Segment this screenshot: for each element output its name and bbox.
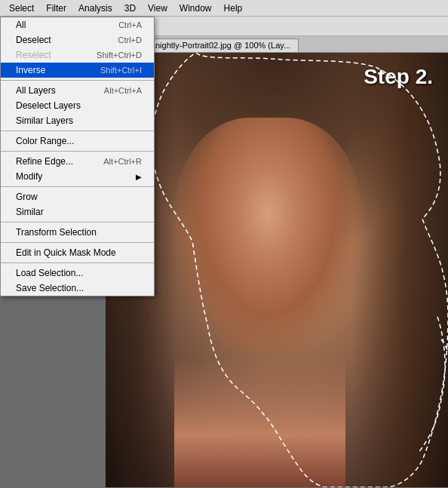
menu-item-load-selection[interactable]: Load Selection...	[1, 265, 154, 281]
separator-3	[1, 151, 154, 152]
step-label: Step 2.	[364, 65, 433, 89]
separator-5	[1, 222, 154, 223]
menu-item-save-selection[interactable]: Save Selection...	[1, 281, 154, 296]
menu-item-grow[interactable]: Grow	[1, 189, 154, 204]
menu-item-inverse[interactable]: Inverse Shift+Ctrl+I	[1, 63, 154, 78]
portrait-area: Step 2. .sel-path { fill: none; stroke: …	[106, 53, 448, 487]
face-highlight	[174, 118, 363, 357]
menubar-item-help[interactable]: Help	[218, 2, 249, 15]
menu-item-refine-edge[interactable]: Refine Edge... Alt+Ctrl+R	[1, 154, 154, 169]
menu-item-all-layers[interactable]: All Layers Alt+Ctrl+A	[1, 83, 154, 98]
menu-item-deselect[interactable]: Deselect Ctrl+D	[1, 32, 154, 48]
separator-1	[1, 80, 154, 81]
menu-item-reselect: Reselect Shift+Ctrl+D	[1, 48, 154, 63]
menubar-item-analysis[interactable]: Analysis	[72, 2, 118, 15]
neck-area	[174, 357, 345, 487]
menu-item-modify[interactable]: Modify ▶	[1, 169, 154, 184]
menu-item-quick-mask[interactable]: Edit in Quick Mask Mode	[1, 245, 154, 260]
submenu-arrow-icon: ▶	[136, 173, 142, 181]
menu-item-color-range[interactable]: Color Range...	[1, 134, 154, 149]
menubar-item-window[interactable]: Window	[173, 2, 218, 15]
menu-item-all[interactable]: All Ctrl+A	[1, 17, 154, 32]
menubar-item-select[interactable]: Select	[3, 2, 40, 15]
menubar-item-filter[interactable]: Filter	[40, 2, 72, 15]
separator-6	[1, 242, 154, 243]
menubar-item-3d[interactable]: 3D	[118, 2, 142, 15]
menubar: Select Filter Analysis 3D View Window He…	[0, 0, 448, 17]
menu-item-transform-selection[interactable]: Transform Selection	[1, 225, 154, 240]
separator-7	[1, 262, 154, 263]
separator-2	[1, 130, 154, 131]
menu-item-similar-layers[interactable]: Similar Layers	[1, 113, 154, 128]
menu-item-similar[interactable]: Similar	[1, 204, 154, 219]
select-dropdown-menu: All Ctrl+A Deselect Ctrl+D Reselect Shif…	[0, 17, 155, 296]
menubar-item-view[interactable]: View	[142, 2, 173, 15]
separator-4	[1, 186, 154, 187]
menu-item-deselect-layers[interactable]: Deselect Layers	[1, 98, 154, 113]
